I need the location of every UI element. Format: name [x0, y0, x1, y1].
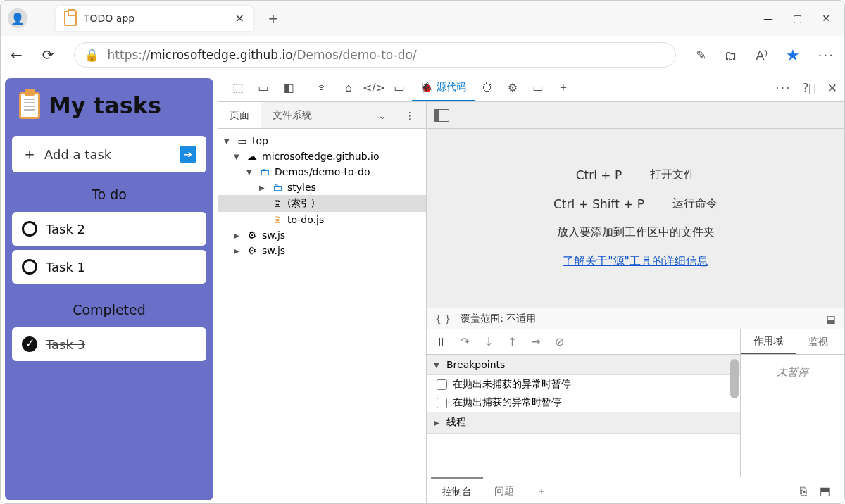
url-domain: microsoftedge.github.io — [150, 48, 292, 62]
add-tab-icon[interactable]: ＋ — [551, 80, 576, 95]
step-over-button[interactable]: ↷ — [461, 335, 470, 348]
task-label: Task 1 — [46, 260, 85, 275]
snapshot-icon[interactable]: ⬓ — [827, 313, 836, 325]
dock-side-icon[interactable]: ◧ — [276, 81, 301, 94]
app-title: My tasks — [49, 92, 161, 119]
tree-todo-js-file[interactable]: 🗎to-do.js — [218, 212, 426, 227]
task-item[interactable]: Task 3 — [12, 327, 206, 361]
clipboard-favicon-icon — [64, 11, 77, 26]
devtools-panel: ⬚ ▭ ◧ ᯤ ⌂ </> ▭ 🐞 源代码 ⏱ ⚙ ▭ ＋ ··· ?⃝ ✕ — [218, 74, 844, 504]
tree-label: Demos/demo-to-do — [275, 166, 370, 177]
pretty-print-icon[interactable]: { } — [435, 313, 451, 325]
bp-label: 在抛出未捕获的异常时暂停 — [453, 378, 571, 391]
checkbox-checked-icon[interactable] — [22, 336, 37, 352]
nav-more-icon[interactable]: ⋮ — [394, 102, 426, 128]
tree-index-file[interactable]: 🗎(索引) — [218, 195, 426, 212]
checkbox-icon[interactable] — [22, 221, 37, 237]
pause-button[interactable]: ⏸ — [435, 335, 446, 348]
add-drawer-tab-icon[interactable]: ＋ — [525, 477, 558, 504]
breakpoints-header[interactable]: ▼Breakpoints — [427, 355, 740, 375]
task-item[interactable]: Task 2 — [12, 212, 206, 246]
deactivate-breakpoints-button[interactable]: ⊘ — [555, 335, 564, 348]
run-command-label: 运行命令 — [672, 196, 718, 211]
tree-sw-worker[interactable]: ▶⚙sw.js — [218, 227, 426, 243]
inspect-element-icon[interactable]: ⬚ — [225, 81, 251, 94]
lock-icon: 🔒 — [84, 48, 99, 62]
console-tab-icon[interactable]: ▭ — [387, 81, 412, 94]
new-tab-button[interactable]: ＋ — [265, 8, 281, 29]
toggle-navigator-icon[interactable] — [434, 109, 449, 122]
tree-label: sw.js — [262, 229, 285, 241]
step-into-button[interactable]: ↓ — [484, 335, 493, 348]
tree-top[interactable]: ▼▭top — [218, 133, 426, 149]
profile-avatar[interactable]: 👤 — [8, 8, 27, 28]
memory-tab-icon[interactable]: ⚙ — [500, 81, 525, 94]
close-window-button[interactable]: ✕ — [822, 13, 830, 24]
tab-title: TODO app — [84, 13, 228, 24]
drawer-settings-icon[interactable]: ⎘ — [800, 484, 807, 498]
editor-empty-state: Ctrl + P 打开文件 Ctrl + Shift + P 运行命令 放入要添… — [427, 129, 844, 308]
task-label: Task 3 — [46, 337, 85, 352]
drop-folder-hint: 放入要添加到工作区中的文件夹 — [557, 225, 715, 240]
read-aloud-icon[interactable]: A⁾ — [756, 48, 768, 63]
welcome-tab-icon[interactable]: ⌂ — [336, 81, 361, 94]
close-tab-icon[interactable]: ✕ — [235, 12, 244, 25]
refresh-button[interactable]: ⟳ — [42, 46, 54, 63]
url-scheme: https:// — [108, 48, 151, 62]
edit-page-icon[interactable]: ✎ — [696, 48, 706, 63]
tree-folder[interactable]: ▼🗀Demos/demo-to-do — [218, 164, 426, 179]
issues-drawer-tab[interactable]: 问题 — [483, 477, 525, 504]
help-icon[interactable]: ?⃝ — [803, 81, 816, 95]
network-throttle-icon[interactable]: ᯤ — [311, 81, 336, 94]
pause-caught-checkbox[interactable]: 在抛出捕获的异常时暂停 — [427, 393, 740, 412]
completed-section-label: Completed — [12, 302, 206, 317]
plus-icon: ＋ — [22, 144, 37, 165]
favorite-star-icon[interactable]: ★ — [786, 46, 800, 64]
page-nav-tab[interactable]: 页面 — [218, 102, 261, 128]
learn-more-link[interactable]: 了解关于"源"工具的详细信息 — [563, 254, 708, 269]
submit-task-button[interactable]: ➔ — [180, 146, 196, 163]
address-bar[interactable]: 🔒 https://microsoftedge.github.io/Demos/… — [74, 42, 677, 68]
close-devtools-icon[interactable]: ✕ — [827, 81, 837, 95]
scope-tab[interactable]: 作用域 — [741, 329, 796, 354]
nav-dropdown-icon[interactable]: ⌄ — [371, 102, 394, 128]
url-path: /Demos/demo-to-do/ — [293, 48, 417, 62]
devtools-more-icon[interactable]: ··· — [775, 81, 791, 95]
settings-more-icon[interactable]: ··· — [818, 48, 834, 63]
collections-icon[interactable]: 🗂 — [725, 48, 737, 63]
collapse-drawer-icon[interactable]: ⬒ — [820, 484, 830, 498]
performance-tab-icon[interactable]: ⏱ — [475, 81, 500, 94]
tree-origin[interactable]: ▼☁microsoftedge.github.io — [218, 149, 426, 164]
pause-uncaught-checkbox[interactable]: 在抛出未捕获的异常时暂停 — [427, 375, 740, 393]
checkbox-icon[interactable] — [22, 259, 37, 275]
step-button[interactable]: → — [531, 335, 540, 348]
filesystem-nav-tab[interactable]: 文件系统 — [261, 102, 323, 128]
application-tab-icon[interactable]: ▭ — [525, 81, 551, 94]
step-out-button[interactable]: ↑ — [508, 335, 517, 348]
threads-header[interactable]: ▶线程 — [427, 412, 740, 434]
device-emulation-icon[interactable]: ▭ — [251, 81, 276, 94]
console-drawer-tab[interactable]: 控制台 — [431, 477, 483, 504]
bug-icon: 🐞 — [420, 82, 432, 93]
task-item[interactable]: Task 1 — [12, 250, 206, 284]
browser-tab[interactable]: TODO app ✕ — [56, 6, 253, 31]
open-file-shortcut: Ctrl + P — [576, 168, 622, 182]
task-label: Task 2 — [46, 222, 85, 237]
tree-styles-folder[interactable]: ▶🗀styles — [218, 179, 426, 195]
maximize-button[interactable]: ▢ — [793, 13, 802, 24]
watch-tab[interactable]: 监视 — [796, 329, 841, 354]
tree-label: to-do.js — [287, 214, 324, 225]
tree-label: sw.js — [262, 245, 285, 256]
minimize-button[interactable]: — — [763, 13, 773, 24]
todo-section-label: To do — [12, 187, 206, 202]
elements-tab-icon[interactable]: </> — [361, 81, 387, 94]
tree-sw-worker[interactable]: ▶⚙sw.js — [218, 243, 426, 258]
open-file-label: 打开文件 — [650, 168, 695, 182]
add-task-input[interactable]: ＋ Add a task ➔ — [12, 136, 206, 172]
back-button[interactable]: ← — [11, 46, 23, 63]
sources-tab-label: 源代码 — [437, 81, 466, 94]
run-command-shortcut: Ctrl + Shift + P — [553, 197, 644, 211]
breakpoints-title: Breakpoints — [446, 359, 505, 370]
sources-tab[interactable]: 🐞 源代码 — [412, 74, 475, 101]
scrollbar-thumb[interactable] — [730, 359, 739, 398]
